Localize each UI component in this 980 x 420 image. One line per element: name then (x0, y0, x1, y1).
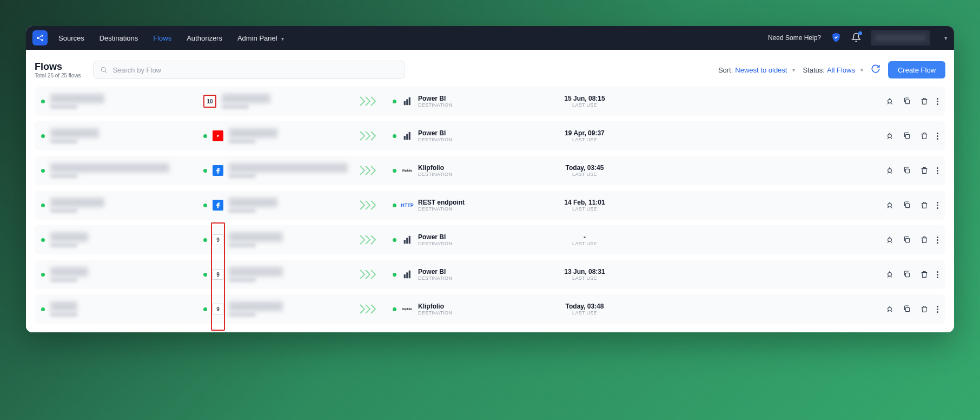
connect-button[interactable] (885, 131, 895, 141)
status-dropdown[interactable]: Status: All Flows ▾ (803, 66, 863, 74)
destination-name: Power BI (418, 268, 452, 275)
flow-arrow-icon (344, 200, 393, 211)
nav-destinations[interactable]: Destinations (100, 34, 138, 42)
delete-button[interactable] (919, 270, 929, 279)
flow-name-cell (41, 232, 203, 247)
chevron-down-icon[interactable]: ▾ (944, 35, 948, 42)
flow-row[interactable]: HTTP REST endpoint DESTINATION 14 Feb, 1… (35, 191, 945, 220)
flow-sub-redacted (50, 104, 77, 109)
more-menu-button[interactable] (937, 202, 939, 209)
flow-row[interactable]: Power BI DESTINATION 19 Apr, 09:37 LAST … (35, 121, 945, 150)
flow-arrow-icon (344, 304, 393, 314)
source-name-redacted (229, 301, 283, 311)
nav-flows[interactable]: Flows (153, 34, 171, 42)
app-logo[interactable] (32, 30, 48, 45)
row-actions (885, 235, 939, 245)
nav-authorizers[interactable]: Authorizers (187, 34, 222, 42)
flow-arrow-icon (344, 165, 393, 176)
nav-admin-panel[interactable]: Admin Panel ▾ (237, 34, 284, 42)
source-sub-redacted (229, 312, 256, 317)
delete-button[interactable] (919, 304, 929, 314)
svg-line-4 (105, 71, 107, 73)
connect-button[interactable] (885, 96, 895, 106)
create-flow-button[interactable]: Create Flow (888, 61, 945, 78)
flow-name-redacted (50, 198, 104, 207)
destination-sub: DESTINATION (418, 102, 452, 108)
copy-button[interactable] (902, 96, 912, 106)
flow-row[interactable]: 9 Power BI DESTINATION 13 Jun, 08:31 LAS… (35, 260, 945, 289)
nav-sources[interactable]: Sources (58, 34, 84, 42)
delete-button[interactable] (919, 131, 929, 141)
destination-name: Power BI (418, 233, 452, 241)
chevron-down-icon: ▾ (281, 36, 284, 42)
search-input[interactable] (112, 66, 398, 74)
last-use-time: - (544, 233, 625, 241)
flow-arrow-icon (344, 96, 393, 107)
destination-name: REST endpoint (418, 199, 465, 206)
source-sub-redacted (229, 139, 256, 143)
connect-button[interactable] (885, 235, 895, 245)
app-window: Sources Destinations Flows Authorizers A… (26, 26, 954, 332)
copy-button[interactable] (902, 270, 912, 279)
destination-name: Klipfolio (418, 164, 452, 172)
content-area: Flows Total 25 of 25 flows Sort: Newest … (26, 50, 954, 332)
svg-point-2 (41, 39, 43, 41)
connect-button[interactable] (885, 304, 895, 314)
last-use-label: LAST USE (544, 137, 625, 142)
last-use-time: 13 Jun, 08:31 (544, 268, 625, 275)
flow-sub-redacted (50, 312, 77, 317)
user-menu[interactable] (871, 30, 930, 45)
more-menu-button[interactable] (937, 237, 939, 244)
delete-button[interactable] (919, 166, 929, 175)
chevron-down-icon: ▾ (792, 67, 795, 73)
destination-cell: Power BI DESTINATION (393, 129, 544, 142)
status-dot (203, 238, 207, 242)
more-menu-button[interactable] (937, 271, 939, 278)
delete-button[interactable] (919, 200, 929, 210)
notifications-button[interactable] (851, 32, 861, 44)
flow-row[interactable]: 9 Power BI DESTINATION - LAST USE (35, 225, 945, 254)
youtube-icon (213, 130, 223, 141)
copy-button[interactable] (902, 304, 912, 314)
source-cell: 9 (203, 232, 344, 247)
copy-button[interactable] (902, 200, 912, 210)
more-menu-button[interactable] (937, 98, 939, 105)
more-menu-button[interactable] (937, 167, 939, 174)
connect-button[interactable] (885, 270, 895, 279)
delete-button[interactable] (919, 96, 929, 106)
powerbi-icon (402, 269, 413, 280)
status-dot (393, 238, 396, 242)
shield-icon[interactable] (831, 31, 842, 45)
status-dot (41, 100, 45, 103)
refresh-button[interactable] (871, 64, 880, 76)
last-use-cell: 19 Apr, 09:37 LAST USE (544, 129, 625, 142)
status-dot (41, 238, 45, 242)
more-menu-button[interactable] (937, 306, 939, 313)
status-dot (203, 273, 207, 277)
status-dot (41, 169, 45, 173)
connect-button[interactable] (885, 166, 895, 175)
last-use-time: 14 Feb, 11:01 (544, 199, 625, 206)
copy-button[interactable] (902, 166, 912, 175)
powerbi-icon (402, 234, 413, 245)
more-menu-button[interactable] (937, 133, 939, 140)
copy-button[interactable] (902, 131, 912, 141)
source-sub-redacted (229, 174, 256, 178)
flow-row[interactable]: 10 Power BI DESTINATION 15 Jun, 08:15 LA… (35, 87, 945, 116)
status-dot (203, 169, 207, 173)
source-count-badge: 9 (213, 269, 223, 280)
source-name-redacted (229, 232, 283, 242)
last-use-label: LAST USE (544, 275, 625, 281)
sort-dropdown[interactable]: Sort: Newest to oldest ▾ (718, 66, 796, 74)
flow-name-redacted (50, 232, 88, 242)
row-actions (885, 131, 939, 141)
flow-name-cell (41, 301, 203, 317)
connect-button[interactable] (885, 200, 895, 210)
search-box[interactable] (93, 61, 405, 79)
flow-row[interactable]: 9 Klipfolio Klipfolio DESTINATION Today,… (35, 294, 945, 324)
flow-row[interactable]: Klipfolio Klipfolio DESTINATION Today, 0… (35, 156, 945, 185)
copy-button[interactable] (902, 235, 912, 245)
delete-button[interactable] (919, 235, 929, 245)
help-link[interactable]: Need Some Help? (768, 34, 821, 42)
destination-cell: Power BI DESTINATION (393, 233, 544, 246)
